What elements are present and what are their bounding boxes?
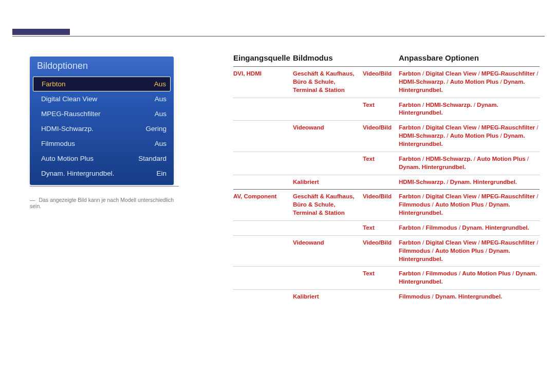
menu-item-value: Aus bbox=[155, 95, 166, 103]
cell-subtype bbox=[363, 178, 399, 186]
separator: / bbox=[445, 179, 450, 185]
table-row: VideowandVideo/BildFarbton / Digital Cle… bbox=[233, 235, 540, 267]
cell-subtype: Video/Bild bbox=[363, 124, 399, 148]
cell-subtype bbox=[363, 293, 399, 301]
separator: / bbox=[535, 124, 538, 130]
menu-item-label: Dynam. Hintergrundbel. bbox=[41, 170, 115, 177]
separator: / bbox=[484, 201, 489, 208]
cell-input-source: AV, Component bbox=[233, 193, 293, 217]
option-value: Filmmodus bbox=[425, 270, 457, 276]
separator: / bbox=[421, 102, 426, 108]
dash-icon: ― bbox=[30, 197, 35, 203]
cell-picture-mode bbox=[293, 224, 363, 232]
option-value: Auto Motion Plus bbox=[435, 248, 484, 254]
cell-subtype: Text bbox=[363, 101, 399, 118]
cell-options: Farbton / Digital Clean View / MPEG-Raus… bbox=[399, 193, 540, 217]
cell-picture-mode: Geschäft & Kaufhaus, Büro & Schule, Term… bbox=[293, 70, 363, 95]
option-value: Filmmodus bbox=[425, 225, 457, 231]
col-subtype bbox=[363, 53, 399, 62]
menu-item[interactable]: Auto Motion PlusStandard bbox=[30, 151, 174, 166]
separator: / bbox=[535, 239, 538, 246]
option-value: Dynam. Hintergrundbel. bbox=[450, 179, 517, 185]
menu-item[interactable]: FilmmodusAus bbox=[30, 136, 174, 151]
option-value: Auto Motion Plus bbox=[450, 133, 499, 139]
image-options-menu: Bildoptionen FarbtonAusDigital Clean Vie… bbox=[30, 57, 174, 185]
table-row: VideowandVideo/BildFarbton / Digital Cle… bbox=[233, 120, 540, 152]
menu-item[interactable]: Dynam. Hintergrundbel.Ein bbox=[30, 166, 174, 181]
cell-picture-mode: Geschäft & Kaufhaus, Büro & Schule, Term… bbox=[293, 193, 363, 217]
menu-item-label: HDMI-Schwarzp. bbox=[41, 125, 94, 133]
menu-item-label: Auto Motion Plus bbox=[41, 155, 94, 162]
option-value: Farbton bbox=[399, 70, 421, 77]
menu-item[interactable]: HDMI-Schwarzp.Gering bbox=[30, 121, 174, 136]
separator: / bbox=[476, 239, 482, 246]
option-value: HDMI-Schwarzp. bbox=[399, 79, 445, 85]
cell-subtype: Video/Bild bbox=[363, 239, 399, 264]
option-value: MPEG-Rauschfilter bbox=[482, 239, 535, 246]
menu-item-value: Aus bbox=[154, 80, 166, 88]
cell-input-source bbox=[233, 224, 293, 232]
cell-options: Farbton / Digital Clean View / MPEG-Raus… bbox=[399, 239, 540, 264]
menu-item[interactable]: FarbtonAus bbox=[33, 77, 171, 91]
cell-options: Farbton / Filmmodus / Dynam. Hintergrund… bbox=[399, 224, 540, 232]
footnote-text: Das angezeigte Bild kann je nach Modell … bbox=[30, 197, 174, 209]
cell-input-source bbox=[233, 124, 293, 148]
menu-item[interactable]: MPEG-RauschfilterAus bbox=[30, 106, 174, 121]
cell-options: Filmmodus / Dynam. Hintergrundbel. bbox=[399, 293, 540, 301]
cell-input-source bbox=[233, 239, 293, 264]
menu-item-value: Gering bbox=[145, 125, 166, 133]
option-value: HDMI-Schwarzp. bbox=[425, 102, 472, 108]
menu-item-label: MPEG-Rauschfilter bbox=[41, 110, 101, 118]
col-picture-mode: Bildmodus bbox=[293, 53, 363, 62]
separator: / bbox=[421, 156, 426, 162]
separator: / bbox=[498, 133, 504, 139]
menu-item-label: Filmmodus bbox=[41, 140, 75, 147]
menu-item-value: Aus bbox=[155, 140, 166, 147]
separator: / bbox=[457, 270, 462, 276]
col-input-source: Eingangsquelle bbox=[233, 53, 293, 62]
separator: / bbox=[472, 102, 477, 108]
option-value: Farbton bbox=[399, 225, 421, 231]
separator: / bbox=[476, 193, 482, 199]
cell-picture-mode: Videowand bbox=[293, 239, 363, 264]
menu-item-label: Farbton bbox=[42, 80, 66, 88]
separator: / bbox=[430, 293, 435, 300]
option-value: HDMI-Schwarzp. bbox=[399, 133, 445, 139]
cell-input-source: DVI, HDMI bbox=[233, 70, 293, 95]
separator: / bbox=[526, 156, 529, 162]
cell-options: Farbton / Filmmodus / Auto Motion Plus /… bbox=[399, 270, 540, 286]
separator: / bbox=[445, 79, 450, 85]
table-row: AV, ComponentGeschäft & Kaufhaus, Büro &… bbox=[233, 189, 540, 220]
table-row: TextFarbton / HDMI-Schwarzp. / Dynam. Hi… bbox=[233, 98, 540, 121]
separator: / bbox=[421, 124, 426, 130]
separator: / bbox=[457, 225, 462, 231]
cell-input-source bbox=[233, 270, 293, 286]
menu-item-label: Digital Clean View bbox=[41, 95, 97, 103]
cell-input-source bbox=[233, 101, 293, 118]
option-value: MPEG-Rauschfilter bbox=[482, 193, 535, 199]
cell-picture-mode: Videowand bbox=[293, 124, 363, 148]
menu-item[interactable]: Digital Clean ViewAus bbox=[30, 91, 174, 106]
option-value: Digital Clean View bbox=[425, 124, 476, 130]
option-value: HDMI-Schwarzp. bbox=[425, 156, 472, 162]
cell-subtype: Text bbox=[363, 155, 399, 172]
cell-subtype: Text bbox=[363, 270, 399, 286]
cell-input-source bbox=[233, 155, 293, 172]
separator: / bbox=[476, 124, 482, 130]
option-value: Digital Clean View bbox=[425, 239, 476, 246]
cell-options: Farbton / HDMI-Schwarzp. / Dynam. Hinter… bbox=[399, 101, 540, 118]
option-value: Farbton bbox=[399, 156, 421, 162]
separator: / bbox=[535, 193, 538, 199]
table-header: Eingangsquelle Bildmodus Anpassbare Opti… bbox=[233, 53, 540, 66]
cell-options: Farbton / HDMI-Schwarzp. / Auto Motion P… bbox=[399, 155, 540, 172]
separator: / bbox=[421, 193, 426, 199]
cell-input-source bbox=[233, 293, 293, 301]
table-row: KalibriertHDMI-Schwarzp. / Dynam. Hinter… bbox=[233, 175, 540, 190]
separator: / bbox=[421, 270, 426, 276]
option-value: HDMI-Schwarzp. bbox=[399, 179, 445, 185]
table-row: KalibriertFilmmodus / Dynam. Hintergrund… bbox=[233, 289, 540, 304]
cell-options: Farbton / Digital Clean View / MPEG-Raus… bbox=[399, 70, 540, 95]
separator: / bbox=[484, 248, 489, 254]
option-value: Farbton bbox=[399, 239, 421, 246]
option-value: Farbton bbox=[399, 193, 421, 199]
